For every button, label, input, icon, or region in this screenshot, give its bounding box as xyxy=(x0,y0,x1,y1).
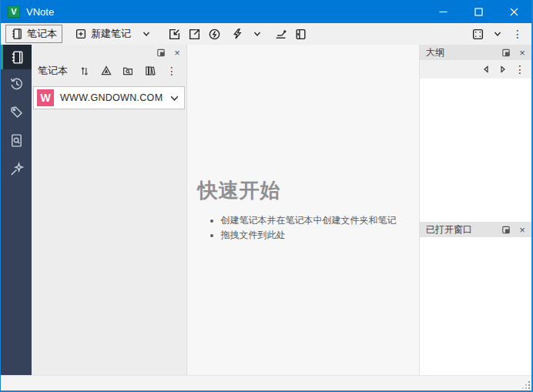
scan-import-icon[interactable] xyxy=(98,62,115,79)
vnote-window: V VNote 笔记本 xyxy=(0,0,533,392)
notebook-panel-more-icon[interactable]: ⋮ xyxy=(163,62,180,79)
maximize-button[interactable] xyxy=(461,0,496,23)
new-note-button[interactable]: 新建笔记 xyxy=(70,25,136,43)
notebook-badge: W xyxy=(37,89,54,106)
history-icon xyxy=(9,76,24,91)
flash-page-dropdown-chevron-icon[interactable] xyxy=(248,25,266,43)
task-icon[interactable] xyxy=(271,25,290,43)
new-note-button-label: 新建笔记 xyxy=(91,27,131,41)
tag-icon xyxy=(9,105,24,119)
notebook-selector[interactable]: W WWW.GNDOWN.COM xyxy=(33,86,185,109)
notebook-icon xyxy=(11,28,23,40)
vnote-logo-icon: V xyxy=(8,5,20,18)
float-panel-icon[interactable] xyxy=(499,223,511,236)
quick-start-item: 创建笔记本并在笔记本中创建文件夹和笔记 xyxy=(221,213,409,228)
sidebar-item-history[interactable] xyxy=(1,69,32,98)
opened-windows-panel-title: 已打开窗口 xyxy=(423,223,494,236)
title-bar: V VNote xyxy=(1,0,531,23)
notebook-button-label: 笔记本 xyxy=(27,27,57,41)
folder-search-icon[interactable] xyxy=(119,62,136,79)
outline-more-icon[interactable]: ⋮ xyxy=(513,62,527,76)
side-panel-icon[interactable] xyxy=(291,25,310,43)
flash-circle-icon[interactable] xyxy=(205,25,223,43)
sidebar-item-search[interactable] xyxy=(1,126,32,155)
float-panel-icon[interactable] xyxy=(499,46,511,59)
status-bar xyxy=(1,375,531,390)
flash-page-icon[interactable] xyxy=(228,25,246,43)
quick-start-item: 拖拽文件到此处 xyxy=(221,228,409,243)
windows-dropdown-chevron-icon[interactable] xyxy=(488,25,507,43)
outline-toolbar: ⋮ xyxy=(420,60,531,79)
close-panel-icon[interactable]: × xyxy=(516,223,528,236)
opened-windows-panel-header: 已打开窗口 × xyxy=(420,222,531,237)
activity-bar xyxy=(1,45,32,375)
float-panel-icon[interactable] xyxy=(154,46,166,59)
outline-panel-header: 大纲 × xyxy=(420,45,531,60)
window-body: × 笔记本 xyxy=(1,45,531,375)
magic-wand-icon xyxy=(9,162,24,176)
nav-back-icon[interactable] xyxy=(479,62,493,76)
notebook-explorer-panel: × 笔记本 xyxy=(32,45,187,375)
notebook-icon xyxy=(10,50,25,65)
notebook-tree-empty-area[interactable] xyxy=(32,109,186,375)
file-search-icon xyxy=(9,133,24,148)
notebook-selector-chevron-icon xyxy=(169,93,179,103)
sidebar-item-tags[interactable] xyxy=(1,98,32,126)
notebook-toggle-button[interactable]: 笔记本 xyxy=(5,25,62,43)
sidebar-item-snippets[interactable] xyxy=(1,155,32,183)
close-panel-icon[interactable]: × xyxy=(516,46,528,59)
notebook-panel-title: 笔记本 xyxy=(38,64,68,78)
opened-windows-content[interactable] xyxy=(420,237,531,375)
outline-content[interactable] xyxy=(420,79,531,222)
window-title: VNote xyxy=(26,6,425,18)
notebook-name: WWW.GNDOWN.COM xyxy=(60,92,163,103)
notebook-panel-toolbar: 笔记本 xyxy=(32,60,186,82)
notebook-panel-header: × xyxy=(32,45,186,60)
manage-notebooks-icon[interactable] xyxy=(142,62,159,79)
sort-icon[interactable] xyxy=(75,62,92,79)
expand-view-icon[interactable] xyxy=(468,25,487,43)
new-note-icon xyxy=(75,28,87,40)
quick-start-block: 快速开始 创建笔记本并在笔记本中创建文件夹和笔记 拖拽文件到此处 xyxy=(198,177,409,243)
main-toolbar: 笔记本 新建笔记 xyxy=(1,23,531,45)
import-icon[interactable] xyxy=(165,25,183,43)
quick-start-list: 创建笔记本并在笔记本中创建文件夹和笔记 拖拽文件到此处 xyxy=(198,213,409,243)
sidebar-item-notebooks[interactable] xyxy=(1,45,32,69)
main-editor-area: 快速开始 创建笔记本并在笔记本中创建文件夹和笔记 拖拽文件到此处 xyxy=(187,45,419,375)
resize-grip[interactable] xyxy=(521,380,531,390)
close-panel-icon[interactable]: × xyxy=(171,46,183,59)
nav-forward-icon[interactable] xyxy=(496,62,510,76)
close-button[interactable] xyxy=(496,0,531,23)
new-note-dropdown-chevron-icon[interactable] xyxy=(137,25,156,43)
export-icon[interactable] xyxy=(185,25,203,43)
right-dock-column: 大纲 × ⋮ 已打开窗口 xyxy=(419,45,531,375)
outline-panel-title: 大纲 xyxy=(423,46,494,59)
more-menu-icon[interactable]: ⋮ xyxy=(508,25,527,43)
quick-start-heading: 快速开始 xyxy=(198,177,409,204)
minimize-button[interactable] xyxy=(425,0,461,23)
